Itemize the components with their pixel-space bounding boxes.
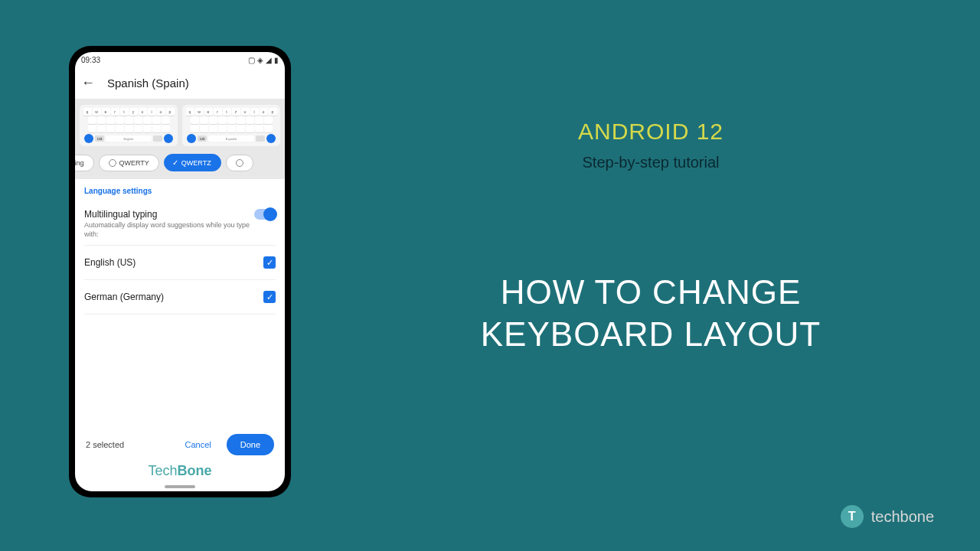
enter-dot-icon bbox=[266, 134, 276, 143]
cast-icon: ▢ bbox=[248, 56, 255, 64]
brand-footer: T techbone bbox=[841, 505, 934, 528]
multilingual-typing-row[interactable]: Multilingual typing Automatically displa… bbox=[84, 203, 276, 246]
selected-count: 2 selected bbox=[86, 440, 124, 449]
checkbox-checked-icon[interactable]: ✓ bbox=[263, 291, 276, 303]
language-row-german[interactable]: German (Germany) ✓ bbox=[84, 280, 276, 315]
wifi-icon: ◈ bbox=[257, 56, 263, 64]
radio-unchecked-icon bbox=[109, 159, 116, 167]
checkbox-checked-icon[interactable]: ✓ bbox=[263, 256, 276, 269]
language-name: English (US) bbox=[84, 257, 136, 268]
status-time: 09:33 bbox=[81, 56, 100, 64]
layout-chip-qwerty[interactable]: QWERTY bbox=[99, 155, 159, 171]
layout-chip-qwertz[interactable]: ✓ QWERTZ bbox=[164, 154, 221, 171]
layout-chip-handwriting[interactable]: ting bbox=[75, 155, 94, 171]
layout-chip-next[interactable] bbox=[226, 155, 253, 171]
battery-icon: ▮ bbox=[274, 56, 279, 64]
tutorial-subtitle: Step-by-step tutorial bbox=[413, 154, 888, 171]
multilingual-subtitle: Automatically display word suggestions w… bbox=[84, 221, 254, 239]
enter-dot-icon bbox=[164, 134, 173, 143]
phone-frame: 09:33 ▢ ◈ ◢ ▮ ← Spanish (Spain) qwertyui… bbox=[69, 46, 291, 497]
check-icon: ✓ bbox=[172, 158, 178, 167]
language-row-english[interactable]: English (US) ✓ bbox=[84, 246, 276, 280]
page-title: Spanish (Spain) bbox=[107, 77, 189, 90]
keyboard-preview: qwertyuiop 123 English bbox=[75, 99, 285, 179]
settings-content: Language settings Multilingual typing Au… bbox=[75, 179, 285, 426]
brand-logo-icon: T bbox=[841, 505, 864, 528]
radio-unchecked-icon bbox=[236, 159, 243, 167]
brand-name: techbone bbox=[871, 508, 934, 526]
tutorial-main-title: HOW TO CHANGE KEYBOARD LAYOUT bbox=[413, 271, 888, 355]
cancel-button[interactable]: Cancel bbox=[177, 434, 218, 455]
techbone-watermark: TechBone bbox=[75, 463, 285, 484]
keyboard-preview-qwertz[interactable]: qwertzuiop 123 Español bbox=[182, 105, 280, 146]
section-label: Language settings bbox=[84, 187, 276, 195]
back-arrow-icon[interactable]: ← bbox=[81, 75, 95, 91]
multilingual-toggle[interactable] bbox=[254, 209, 276, 220]
language-name: German (Germany) bbox=[84, 292, 164, 302]
layout-chip-row[interactable]: ting QWERTY ✓ QWERTZ bbox=[75, 149, 285, 171]
keyboard-preview-qwerty[interactable]: qwertyuiop 123 English bbox=[80, 105, 178, 146]
signal-icon: ◢ bbox=[266, 56, 272, 64]
status-icons: ▢ ◈ ◢ ▮ bbox=[248, 56, 279, 64]
emoji-dot-icon bbox=[84, 134, 93, 143]
title-block: ANDROID 12 Step-by-step tutorial HOW TO … bbox=[413, 119, 888, 355]
bottom-action-bar: 2 selected Cancel Done bbox=[75, 426, 285, 463]
header-bar: ← Spanish (Spain) bbox=[75, 67, 285, 99]
phone-screen: 09:33 ▢ ◈ ◢ ▮ ← Spanish (Spain) qwertyui… bbox=[75, 52, 285, 491]
emoji-dot-icon bbox=[187, 134, 196, 143]
done-button[interactable]: Done bbox=[227, 434, 274, 455]
nav-pill-icon[interactable] bbox=[165, 485, 195, 488]
status-bar: 09:33 ▢ ◈ ◢ ▮ bbox=[75, 52, 285, 67]
multilingual-title: Multilingual typing bbox=[84, 209, 254, 220]
android-version-label: ANDROID 12 bbox=[413, 119, 888, 145]
